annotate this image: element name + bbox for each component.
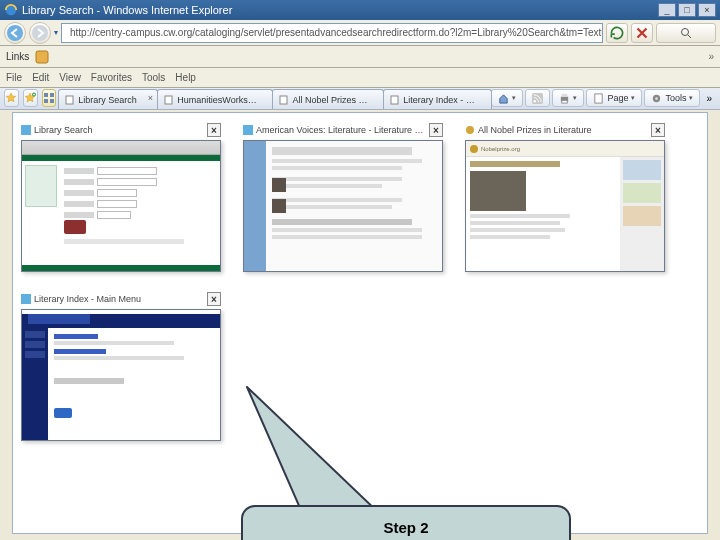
menu-file[interactable]: File — [6, 72, 22, 83]
search-button[interactable] — [656, 23, 716, 43]
thumbnail-american-voices: American Voices: Literature - Literature… — [243, 121, 443, 272]
address-url: http://centry-campus.cw.org/cataloging/s… — [70, 27, 603, 38]
window-titlebar: Library Search - Windows Internet Explor… — [0, 0, 720, 20]
print-button[interactable]: ▾ — [552, 89, 584, 107]
svg-rect-13 — [66, 96, 73, 104]
svg-point-1 — [7, 25, 23, 41]
quick-tabs-view: Library Search × — [12, 112, 708, 534]
tools-menu-label: Tools — [665, 93, 686, 103]
add-favorite-button[interactable] — [23, 89, 38, 107]
tab-label: HumanitiesWorkstation - LC... — [177, 95, 258, 105]
home-button[interactable]: ▾ — [491, 89, 523, 107]
callout: Step 2 Look for criticism in the Gale Li… — [241, 383, 581, 540]
menu-view[interactable]: View — [59, 72, 81, 83]
page-menu-button[interactable]: Page▾ — [586, 89, 642, 107]
thumbnail-preview[interactable] — [21, 140, 221, 272]
tab-close-button[interactable]: × — [145, 93, 155, 103]
thumbnail-preview[interactable]: Nobelprize.org — [465, 140, 665, 272]
star-plus-icon — [24, 92, 36, 104]
svg-rect-25 — [21, 125, 31, 135]
address-bar[interactable]: http://centry-campus.cw.org/cataloging/s… — [61, 23, 603, 43]
search-icon — [680, 27, 692, 39]
menu-favorites[interactable]: Favorites — [91, 72, 132, 83]
thumbnail-preview[interactable] — [21, 309, 221, 441]
links-label: Links — [6, 51, 29, 62]
thumbnail-title: Library Search — [34, 125, 207, 135]
thumbnail-close-button[interactable]: × — [651, 123, 665, 137]
nav-history-chevron-icon[interactable]: ▾ — [54, 28, 58, 37]
tab-literary-index[interactable]: Literary Index - Main Men... — [383, 89, 492, 109]
quick-tabs-button[interactable] — [42, 89, 57, 107]
svg-rect-21 — [562, 100, 568, 103]
thumbnail-nobel: All Nobel Prizes in Literature × Nobelpr… — [465, 121, 665, 272]
page-menu-label: Page — [607, 93, 628, 103]
links-customize-icon[interactable] — [35, 50, 49, 64]
svg-rect-12 — [50, 99, 54, 103]
tab-humanities[interactable]: HumanitiesWorkstation - LC... — [157, 89, 273, 109]
home-icon — [498, 93, 509, 104]
window-close-button[interactable]: × — [698, 3, 716, 17]
svg-rect-11 — [44, 99, 48, 103]
page-icon — [279, 95, 289, 105]
svg-point-2 — [32, 25, 48, 41]
grid-icon — [43, 92, 55, 104]
svg-point-27 — [466, 126, 474, 134]
svg-rect-16 — [391, 96, 398, 104]
thumbnail-title: Literary Index - Main Menu — [34, 294, 207, 304]
tab-label: Library Search — [78, 95, 137, 105]
command-bar: ▾ ▾ Page▾ Tools▾ » — [491, 89, 718, 109]
svg-rect-9 — [44, 93, 48, 97]
favicon-icon — [465, 125, 475, 135]
svg-point-5 — [682, 28, 689, 35]
svg-rect-10 — [50, 93, 54, 97]
svg-rect-7 — [36, 51, 48, 63]
svg-point-18 — [534, 100, 536, 102]
tab-library-search[interactable]: Library Search × — [58, 89, 158, 109]
svg-rect-28 — [21, 294, 31, 304]
svg-point-24 — [656, 97, 659, 100]
tab-strip: Library Search × HumanitiesWorkstation -… — [0, 88, 720, 110]
page-icon — [65, 95, 75, 105]
links-chevron-icon[interactable]: » — [708, 51, 714, 62]
command-bar-overflow-icon[interactable]: » — [702, 93, 716, 104]
stop-button[interactable] — [631, 23, 653, 43]
nav-toolbar: ▾ http://centry-campus.cw.org/cataloging… — [0, 20, 720, 46]
svg-rect-26 — [243, 125, 253, 135]
links-bar: Links » — [0, 46, 720, 68]
callout-line1: Step 2 — [261, 519, 551, 538]
menu-tools[interactable]: Tools — [142, 72, 165, 83]
favicon-icon — [243, 125, 253, 135]
svg-rect-20 — [562, 93, 568, 96]
ie-icon — [4, 3, 18, 17]
thumbnail-close-button[interactable]: × — [207, 292, 221, 306]
tab-nobel[interactable]: All Nobel Prizes in Literature — [272, 89, 384, 109]
page-icon — [593, 93, 604, 104]
thumbnail-title: American Voices: Literature - Literature… — [256, 125, 429, 135]
tab-label: All Nobel Prizes in Literature — [292, 95, 369, 105]
favorites-center-button[interactable] — [4, 89, 19, 107]
callout-box: Step 2 Look for criticism in the Gale Li… — [241, 505, 571, 540]
thumbnail-close-button[interactable]: × — [429, 123, 443, 137]
page-icon — [390, 95, 400, 105]
svg-line-6 — [688, 35, 691, 38]
thumbnail-literary-index: Literary Index - Main Menu × — [21, 290, 221, 441]
tools-menu-button[interactable]: Tools▾ — [644, 89, 700, 107]
thumbnail-preview[interactable] — [243, 140, 443, 272]
back-button[interactable] — [4, 22, 26, 44]
print-icon — [559, 93, 570, 104]
window-minimize-button[interactable]: _ — [658, 3, 676, 17]
svg-rect-17 — [532, 93, 543, 104]
thumbnail-library-search: Library Search × — [21, 121, 221, 272]
feeds-button[interactable] — [525, 89, 550, 107]
nobel-logo-text: Nobelprize.org — [481, 146, 529, 152]
svg-rect-14 — [165, 96, 172, 104]
window-maximize-button[interactable]: □ — [678, 3, 696, 17]
forward-button[interactable] — [29, 22, 51, 44]
refresh-button[interactable] — [606, 23, 628, 43]
menu-edit[interactable]: Edit — [32, 72, 49, 83]
thumbnail-close-button[interactable]: × — [207, 123, 221, 137]
tab-label: Literary Index - Main Men... — [403, 95, 477, 105]
menu-help[interactable]: Help — [175, 72, 196, 83]
star-icon — [5, 92, 17, 104]
favicon-icon — [21, 294, 31, 304]
